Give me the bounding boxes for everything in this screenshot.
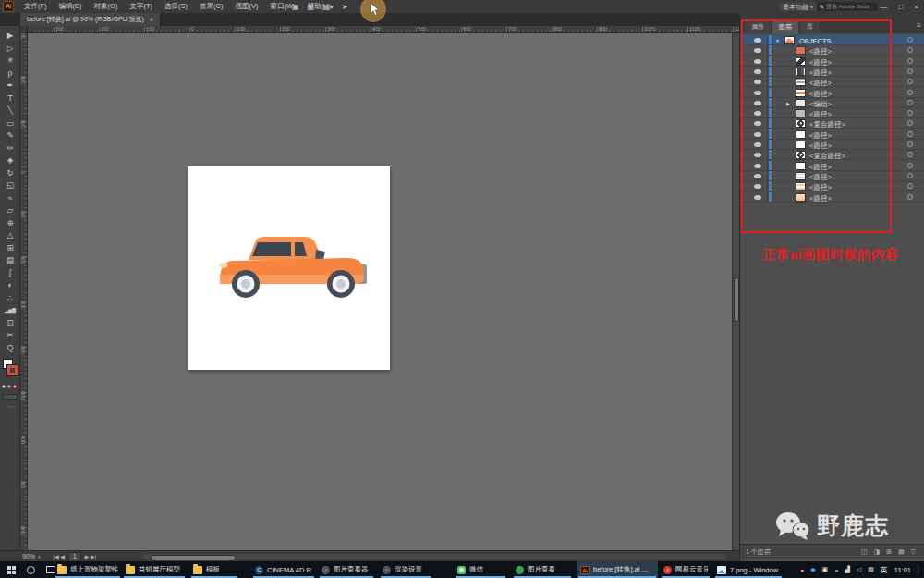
visibility-eye-icon[interactable] xyxy=(754,69,761,74)
delete-layer-icon[interactable]: ▽ xyxy=(911,548,916,556)
layer-row[interactable]: <路径> xyxy=(740,140,924,150)
layer-row[interactable]: <路径> xyxy=(740,181,924,191)
target-circle[interactable] xyxy=(907,173,913,178)
visibility-eye-icon[interactable] xyxy=(754,38,761,43)
taskbar-app-folder[interactable]: 益销展厅模型 xyxy=(122,561,187,578)
taskbar-app-ai[interactable]: Aibefore [转换].ai ... xyxy=(577,561,658,578)
layer-name[interactable]: <路径> xyxy=(809,183,832,192)
layer-name[interactable]: <路径> xyxy=(809,163,832,172)
layer-name[interactable]: <路径> xyxy=(809,110,832,119)
selection-tool[interactable]: ▶ xyxy=(0,30,20,42)
horizontal-ruler[interactable]: 4003002001000100200300400500600700800900… xyxy=(20,26,739,33)
layer-name[interactable]: <路径> xyxy=(809,173,832,182)
rectangle-tool[interactable]: ▭ xyxy=(0,117,20,129)
column-graph-tool[interactable]: ▂▅▇ xyxy=(0,304,20,316)
disclosure-triangle-icon[interactable]: ▶ xyxy=(786,101,790,106)
cortana-button[interactable] xyxy=(27,566,35,574)
layer-row[interactable]: <路径> xyxy=(740,192,924,203)
lasso-tool[interactable]: ρ xyxy=(0,68,20,80)
magic-wand-tool[interactable]: ✳ xyxy=(0,55,20,67)
new-layer-icon[interactable]: ▤ xyxy=(898,548,905,556)
visibility-eye-icon[interactable] xyxy=(754,101,761,105)
layer-row[interactable]: <路径> xyxy=(740,171,924,181)
taskbar-app-wechat[interactable]: 微信 xyxy=(454,561,507,578)
shape-builder-tool[interactable]: ⊕ xyxy=(0,217,20,229)
visibility-eye-icon[interactable] xyxy=(754,59,761,64)
target-circle[interactable] xyxy=(907,58,913,64)
menu-item[interactable]: 文件(F) xyxy=(24,2,47,11)
layer-name[interactable]: <路径> xyxy=(809,90,832,99)
taskbar-clock[interactable]: 11:01 xyxy=(894,566,911,574)
stock-search-box[interactable]: 搜索 Adobe Stock xyxy=(817,2,878,11)
pen-tool[interactable]: ✒ xyxy=(0,80,20,92)
artboard[interactable] xyxy=(188,166,390,370)
width-tool[interactable]: ≈ xyxy=(0,192,20,204)
layer-row[interactable]: <路径> xyxy=(740,45,924,55)
visibility-eye-icon[interactable] xyxy=(754,195,761,200)
pencil-tool[interactable]: ✏ xyxy=(0,142,20,154)
visibility-eye-icon[interactable] xyxy=(754,48,761,53)
zoom-level-select[interactable]: 90% ▾ xyxy=(22,553,41,560)
panel-menu-icon[interactable]: ≡ xyxy=(917,21,921,30)
rotate-tool[interactable]: ↻ xyxy=(0,167,20,179)
type-tool[interactable]: T xyxy=(0,92,20,105)
layer-name[interactable]: <路径> xyxy=(809,131,832,141)
scale-tool[interactable]: ◱ xyxy=(0,179,20,191)
layer-name[interactable]: <路径> xyxy=(809,47,832,56)
menu-item[interactable]: 对象(O) xyxy=(94,2,118,11)
taskbar-app-folder[interactable]: 模板 xyxy=(189,561,239,578)
stroke-color-swatch[interactable] xyxy=(7,365,18,375)
target-circle[interactable] xyxy=(907,131,913,137)
horizontal-scrollbar-thumb[interactable] xyxy=(151,555,236,560)
tray-green-app-icon[interactable]: ● xyxy=(834,567,838,573)
layer-name[interactable]: <路径> xyxy=(809,58,832,68)
collect-for-export-icon[interactable]: ◫ xyxy=(861,548,868,556)
panel-tab-属性[interactable]: 属性 xyxy=(745,20,771,34)
layer-row[interactable]: <路径> xyxy=(740,56,924,67)
mesh-tool[interactable]: ⊞ xyxy=(0,242,20,254)
tray-white-app-icon[interactable]: ▣ xyxy=(822,566,829,573)
taskbar-app-viewer[interactable]: ◦图片查看器 xyxy=(318,561,375,578)
artboard-prev-buttons[interactable]: |◀ ◀ xyxy=(54,553,65,560)
direct-selection-tool[interactable]: ▷ xyxy=(0,43,20,55)
show-desktop-button[interactable] xyxy=(918,563,920,576)
blend-tool[interactable]: ◐ xyxy=(0,279,20,291)
visibility-eye-icon[interactable] xyxy=(754,153,761,157)
network-icon[interactable]: ▟ xyxy=(845,566,849,573)
edit-toolbar-icon[interactable]: ⋯ xyxy=(0,403,20,411)
target-circle[interactable] xyxy=(907,90,913,95)
symbol-sprayer-tool[interactable]: ∴ xyxy=(0,292,20,304)
zoom-tool[interactable]: Q xyxy=(0,342,20,354)
layer-row[interactable]: <路径> xyxy=(740,77,924,87)
eraser-tool[interactable]: ◈ xyxy=(0,154,20,166)
target-circle[interactable] xyxy=(907,47,913,53)
workspace-grid-icon[interactable]: ▦▾ xyxy=(322,3,334,11)
fill-stroke-swatches[interactable] xyxy=(3,359,18,379)
paintbrush-tool[interactable]: ✎ xyxy=(0,129,20,141)
gradient-button[interactable] xyxy=(7,385,11,388)
menu-item[interactable]: 选择(S) xyxy=(164,2,188,11)
visibility-eye-icon[interactable] xyxy=(754,184,761,189)
layer-row[interactable]: <路径> xyxy=(740,88,924,98)
visibility-eye-icon[interactable] xyxy=(754,174,761,178)
layer-name[interactable]: <复合路径> xyxy=(809,120,845,129)
menu-item[interactable]: 编辑(E) xyxy=(59,2,82,11)
minimize-button[interactable]: — xyxy=(880,3,887,11)
visibility-eye-icon[interactable] xyxy=(754,132,761,137)
ruler-origin-corner[interactable] xyxy=(20,26,28,33)
taskbar-app-c4d[interactable]: CCINEMA 4D R1... xyxy=(251,561,316,578)
restore-button[interactable]: □ xyxy=(898,3,903,11)
horizontal-scrollbar[interactable] xyxy=(143,554,726,560)
layer-row[interactable]: ▶<编组> xyxy=(740,98,924,108)
layer-row[interactable]: ▼OBJECTS xyxy=(740,35,924,45)
eyedropper-tool[interactable]: ʃ xyxy=(0,267,20,279)
panel-tab-库[interactable]: 库 xyxy=(800,20,820,34)
taskbar-app-png[interactable]: 7.png - Window... xyxy=(713,561,784,578)
layer-row[interactable]: <路径> xyxy=(740,129,924,140)
layer-row[interactable]: <路径> xyxy=(740,108,924,118)
target-circle[interactable] xyxy=(907,79,913,84)
visibility-eye-icon[interactable] xyxy=(754,142,761,147)
ime-indicator[interactable]: 英 xyxy=(881,565,888,575)
workspace-switcher[interactable]: 基本功能 ▾ xyxy=(779,2,817,11)
layer-row[interactable]: <复合路径> xyxy=(740,150,924,160)
